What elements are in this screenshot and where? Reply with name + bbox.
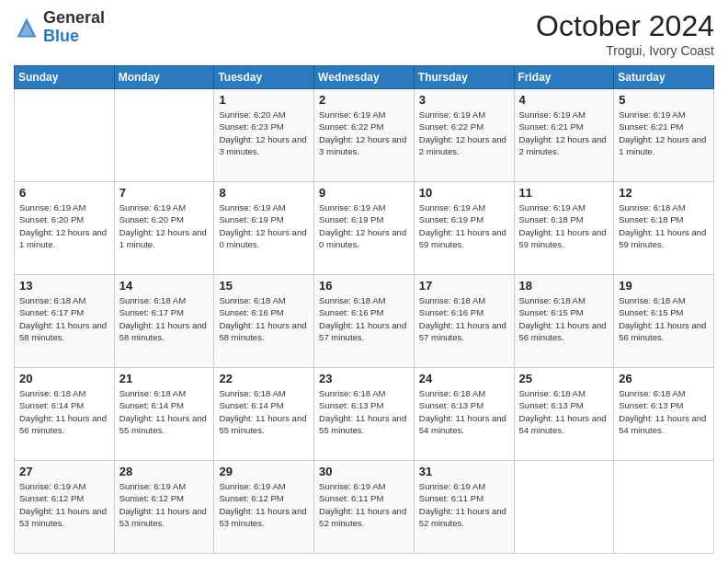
calendar-week-row: 13Sunrise: 6:18 AM Sunset: 6:17 PM Dayli… [15, 275, 714, 368]
day-number: 2 [319, 93, 409, 107]
calendar-cell [514, 461, 614, 554]
day-number: 13 [19, 279, 109, 293]
location-subtitle: Trogui, Ivory Coast [536, 43, 714, 58]
calendar-week-row: 6Sunrise: 6:19 AM Sunset: 6:20 PM Daylig… [15, 182, 714, 275]
weekday-header: Sunday [15, 66, 115, 89]
day-number: 18 [519, 279, 609, 293]
day-info: Sunrise: 6:19 AM Sunset: 6:12 PM Dayligh… [119, 480, 210, 529]
day-number: 25 [519, 372, 609, 385]
calendar-cell: 30Sunrise: 6:19 AM Sunset: 6:11 PM Dayli… [314, 461, 415, 554]
day-info: Sunrise: 6:18 AM Sunset: 6:13 PM Dayligh… [319, 387, 409, 436]
calendar-cell [614, 461, 714, 554]
day-info: Sunrise: 6:18 AM Sunset: 6:16 PM Dayligh… [219, 294, 309, 343]
day-info: Sunrise: 6:18 AM Sunset: 6:17 PM Dayligh… [19, 294, 109, 343]
day-number: 12 [619, 186, 709, 200]
calendar-cell: 8Sunrise: 6:19 AM Sunset: 6:19 PM Daylig… [214, 182, 314, 275]
day-number: 22 [219, 372, 309, 385]
day-info: Sunrise: 6:18 AM Sunset: 6:17 PM Dayligh… [119, 294, 210, 343]
day-info: Sunrise: 6:19 AM Sunset: 6:22 PM Dayligh… [319, 109, 409, 157]
day-number: 14 [119, 279, 210, 293]
day-info: Sunrise: 6:18 AM Sunset: 6:14 PM Dayligh… [119, 387, 210, 436]
day-number: 3 [419, 93, 509, 107]
day-number: 15 [219, 279, 309, 293]
day-info: Sunrise: 6:18 AM Sunset: 6:15 PM Dayligh… [619, 294, 709, 343]
day-info: Sunrise: 6:19 AM Sunset: 6:12 PM Dayligh… [19, 480, 109, 529]
day-info: Sunrise: 6:19 AM Sunset: 6:18 PM Dayligh… [519, 201, 609, 250]
weekday-header: Friday [514, 66, 614, 89]
calendar-body: 1Sunrise: 6:20 AM Sunset: 6:23 PM Daylig… [15, 89, 714, 554]
day-info: Sunrise: 6:19 AM Sunset: 6:20 PM Dayligh… [19, 201, 109, 250]
calendar-cell: 23Sunrise: 6:18 AM Sunset: 6:13 PM Dayli… [314, 368, 415, 461]
calendar-cell: 4Sunrise: 6:19 AM Sunset: 6:21 PM Daylig… [514, 89, 614, 182]
calendar-cell: 18Sunrise: 6:18 AM Sunset: 6:15 PM Dayli… [514, 275, 614, 368]
day-info: Sunrise: 6:20 AM Sunset: 6:23 PM Dayligh… [219, 109, 309, 157]
calendar-week-row: 1Sunrise: 6:20 AM Sunset: 6:23 PM Daylig… [15, 89, 714, 182]
weekday-header: Tuesday [214, 66, 314, 89]
day-number: 6 [19, 186, 109, 200]
day-info: Sunrise: 6:19 AM Sunset: 6:11 PM Dayligh… [319, 480, 409, 529]
day-info: Sunrise: 6:19 AM Sunset: 6:22 PM Dayligh… [419, 109, 509, 157]
day-info: Sunrise: 6:18 AM Sunset: 6:13 PM Dayligh… [419, 387, 509, 436]
page: General Blue October 2024 Trogui, Ivory … [0, 0, 728, 563]
weekday-row: SundayMondayTuesdayWednesdayThursdayFrid… [15, 66, 714, 89]
day-number: 28 [119, 465, 210, 478]
title-block: October 2024 Trogui, Ivory Coast [536, 9, 714, 58]
day-number: 31 [419, 465, 509, 478]
day-number: 4 [519, 93, 609, 107]
day-number: 19 [619, 279, 709, 293]
calendar-table: SundayMondayTuesdayWednesdayThursdayFrid… [14, 65, 714, 554]
logo-blue: Blue [43, 27, 79, 45]
calendar-cell: 24Sunrise: 6:18 AM Sunset: 6:13 PM Dayli… [414, 368, 514, 461]
day-number: 7 [119, 186, 210, 200]
day-number: 8 [219, 186, 309, 200]
calendar-cell: 6Sunrise: 6:19 AM Sunset: 6:20 PM Daylig… [15, 182, 115, 275]
weekday-header: Thursday [414, 66, 514, 89]
day-number: 26 [619, 372, 709, 385]
day-number: 10 [419, 186, 509, 200]
day-number: 5 [619, 93, 709, 107]
logo-icon [14, 15, 40, 40]
day-number: 9 [319, 186, 409, 200]
calendar-cell: 25Sunrise: 6:18 AM Sunset: 6:13 PM Dayli… [514, 368, 614, 461]
calendar-cell: 17Sunrise: 6:18 AM Sunset: 6:16 PM Dayli… [414, 275, 514, 368]
day-number: 21 [119, 372, 210, 385]
day-number: 24 [419, 372, 509, 385]
calendar-header: SundayMondayTuesdayWednesdayThursdayFrid… [15, 66, 714, 89]
calendar-cell: 28Sunrise: 6:19 AM Sunset: 6:12 PM Dayli… [114, 461, 214, 554]
day-info: Sunrise: 6:18 AM Sunset: 6:16 PM Dayligh… [419, 294, 509, 343]
day-number: 27 [19, 465, 109, 478]
calendar-cell: 15Sunrise: 6:18 AM Sunset: 6:16 PM Dayli… [214, 275, 314, 368]
day-number: 16 [319, 279, 409, 293]
day-info: Sunrise: 6:19 AM Sunset: 6:11 PM Dayligh… [419, 480, 509, 529]
day-info: Sunrise: 6:18 AM Sunset: 6:14 PM Dayligh… [19, 387, 109, 436]
calendar-cell: 20Sunrise: 6:18 AM Sunset: 6:14 PM Dayli… [15, 368, 115, 461]
day-number: 17 [419, 279, 509, 293]
calendar-cell: 29Sunrise: 6:19 AM Sunset: 6:12 PM Dayli… [214, 461, 314, 554]
day-info: Sunrise: 6:18 AM Sunset: 6:13 PM Dayligh… [619, 387, 709, 436]
calendar-cell: 31Sunrise: 6:19 AM Sunset: 6:11 PM Dayli… [414, 461, 514, 554]
day-number: 23 [319, 372, 409, 385]
calendar-week-row: 27Sunrise: 6:19 AM Sunset: 6:12 PM Dayli… [15, 461, 714, 554]
calendar-cell: 3Sunrise: 6:19 AM Sunset: 6:22 PM Daylig… [414, 89, 514, 182]
day-info: Sunrise: 6:18 AM Sunset: 6:14 PM Dayligh… [219, 387, 309, 436]
day-info: Sunrise: 6:18 AM Sunset: 6:13 PM Dayligh… [519, 387, 609, 436]
day-info: Sunrise: 6:19 AM Sunset: 6:12 PM Dayligh… [219, 480, 309, 529]
calendar-week-row: 20Sunrise: 6:18 AM Sunset: 6:14 PM Dayli… [15, 368, 714, 461]
day-info: Sunrise: 6:18 AM Sunset: 6:18 PM Dayligh… [619, 201, 709, 250]
weekday-header: Saturday [614, 66, 714, 89]
calendar-cell: 14Sunrise: 6:18 AM Sunset: 6:17 PM Dayli… [114, 275, 214, 368]
header: General Blue October 2024 Trogui, Ivory … [14, 9, 714, 58]
calendar-cell: 1Sunrise: 6:20 AM Sunset: 6:23 PM Daylig… [214, 89, 314, 182]
calendar-cell: 19Sunrise: 6:18 AM Sunset: 6:15 PM Dayli… [614, 275, 714, 368]
calendar-cell: 27Sunrise: 6:19 AM Sunset: 6:12 PM Dayli… [15, 461, 115, 554]
logo-general: General [43, 8, 105, 27]
calendar-cell: 21Sunrise: 6:18 AM Sunset: 6:14 PM Dayli… [114, 368, 214, 461]
day-info: Sunrise: 6:18 AM Sunset: 6:16 PM Dayligh… [319, 294, 409, 343]
day-number: 11 [519, 186, 609, 200]
calendar-cell: 16Sunrise: 6:18 AM Sunset: 6:16 PM Dayli… [314, 275, 415, 368]
day-info: Sunrise: 6:19 AM Sunset: 6:21 PM Dayligh… [619, 109, 709, 157]
weekday-header: Monday [114, 66, 214, 89]
calendar-cell: 11Sunrise: 6:19 AM Sunset: 6:18 PM Dayli… [514, 182, 614, 275]
month-title: October 2024 [536, 9, 714, 43]
day-number: 30 [319, 465, 409, 478]
